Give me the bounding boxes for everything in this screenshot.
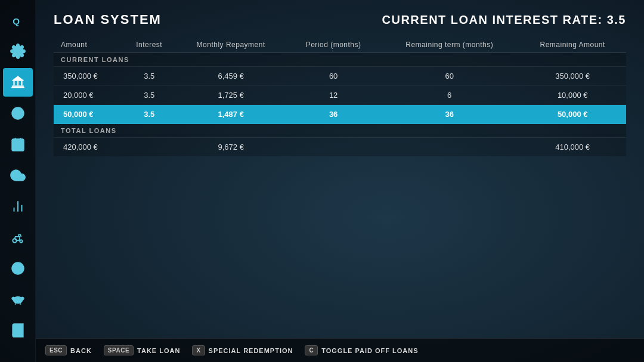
bottom-bar: ESCBACKSPACETAKE LOANXSPECIAL REDEMPTION… [36, 338, 644, 362]
table-header-row: Amount Interest Monthly Repayment Period… [54, 37, 626, 53]
section-current-loans: CURRENT LOANS [54, 53, 626, 67]
hotkey-group[interactable]: ESCBACK [45, 345, 92, 355]
table-row[interactable]: 50,000 €3.51,487 €363650,000 € [54, 105, 626, 124]
svg-rect-5 [12, 85, 24, 86]
sidebar-item-weather[interactable] [3, 161, 33, 190]
header-row: LOAN SYSTEM CURRENT LOAN INTEREST RATE: … [54, 12, 626, 27]
svg-rect-2 [13, 81, 14, 86]
svg-text:15: 15 [15, 144, 21, 150]
sidebar-item-bank[interactable] [3, 68, 33, 97]
hotkey-label: TAKE LOAN [137, 347, 180, 354]
hotkey-badge: ESC [45, 345, 67, 355]
svg-rect-6 [11, 87, 24, 88]
sidebar-item-stats[interactable] [3, 37, 33, 66]
hotkey-badge: C [305, 345, 318, 355]
hotkey-group[interactable]: XSPECIAL REDEMPTION [192, 345, 293, 355]
hotkey-badge: X [192, 345, 205, 355]
svg-point-8 [16, 112, 20, 116]
page-title: LOAN SYSTEM [54, 12, 162, 27]
svg-point-21 [20, 240, 22, 242]
total-row: 420,000 €9,672 €410,000 € [54, 138, 626, 157]
col-interest: Interest [123, 37, 175, 53]
sidebar: Q 15 [0, 0, 36, 362]
svg-rect-4 [21, 81, 22, 86]
svg-rect-3 [17, 81, 18, 86]
sidebar-item-chart[interactable] [3, 192, 33, 221]
sidebar-item-tractor[interactable] [3, 223, 33, 252]
table-row[interactable]: 20,000 €3.51,725 €12610,000 € [54, 86, 626, 105]
hotkey-label: TOGGLE PAID OFF LOANS [321, 347, 418, 354]
sidebar-item-drive[interactable] [3, 99, 33, 128]
sidebar-item-menu[interactable]: Q [3, 6, 33, 35]
interest-rate: CURRENT LOAN INTEREST RATE: 3.5 [382, 13, 626, 27]
svg-text:Q: Q [13, 16, 20, 26]
loan-table: Amount Interest Monthly Repayment Period… [54, 37, 626, 156]
sidebar-item-book[interactable] [3, 316, 33, 345]
col-period: Period (months) [287, 37, 380, 53]
sidebar-item-calendar[interactable]: 15 [3, 130, 33, 159]
col-remaining-amount: Remaining Amount [519, 37, 626, 53]
hotkey-group[interactable]: SPACETAKE LOAN [104, 345, 181, 355]
table-row[interactable]: 350,000 €3.56,459 €6060350,000 € [54, 67, 626, 86]
svg-point-26 [19, 298, 20, 299]
hotkey-label: SPECIAL REDEMPTION [209, 347, 293, 354]
hotkey-badge: SPACE [104, 345, 134, 355]
col-monthly: Monthly Repayment [175, 37, 287, 53]
sidebar-item-dollar[interactable] [3, 254, 33, 283]
sidebar-item-animal[interactable] [3, 285, 33, 314]
hotkey-label: BACK [70, 347, 92, 354]
svg-point-25 [15, 298, 16, 299]
col-amount: Amount [54, 37, 123, 53]
hotkey-group[interactable]: CTOGGLE PAID OFF LOANS [305, 345, 418, 355]
section-total-loans: TOTAL LOANS [54, 124, 626, 138]
col-remaining-term: Remaining term (months) [380, 37, 519, 53]
main-content: LOAN SYSTEM CURRENT LOAN INTEREST RATE: … [36, 0, 644, 338]
